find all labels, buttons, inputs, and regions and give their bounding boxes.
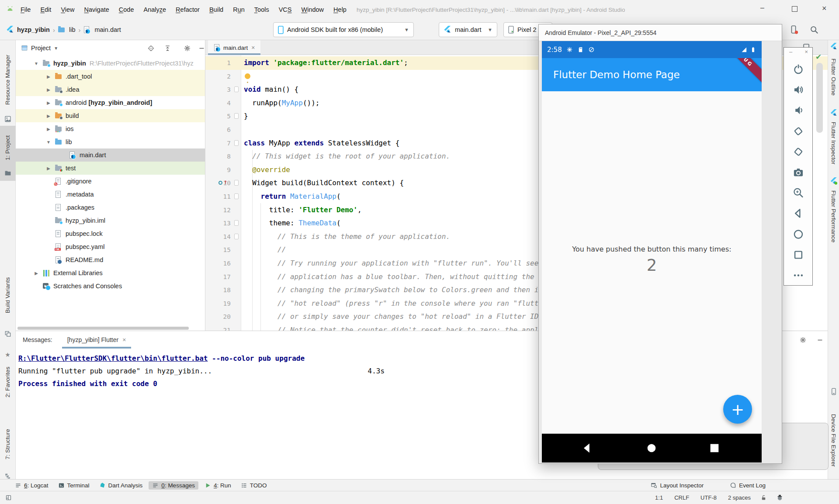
zoom-button[interactable]	[792, 187, 804, 199]
fold-marker-icon[interactable]	[234, 193, 239, 199]
minimize-button[interactable]: –	[789, 48, 792, 55]
flutter-bat-link[interactable]: R:\Flutter\FlutterSDK\flutter\bin\flutte…	[18, 354, 208, 362]
tree-item-lib[interactable]: ▼lib	[16, 135, 205, 148]
volume-up-button[interactable]	[792, 84, 804, 96]
nav-home-button[interactable]	[645, 442, 658, 454]
tree-item--dart-tool[interactable]: ▶.dart_tool	[16, 70, 205, 83]
menu-run[interactable]: Run	[228, 4, 250, 15]
tree-item-ios[interactable]: ▶ios	[16, 122, 205, 135]
minimize-button[interactable]: –	[760, 4, 764, 11]
maximize-button[interactable]	[792, 6, 797, 12]
camera-button[interactable]	[792, 166, 804, 178]
power-button[interactable]	[792, 63, 804, 75]
search-everywhere-icon[interactable]	[809, 25, 819, 35]
nav-back-button[interactable]	[581, 442, 593, 454]
volume-down-button[interactable]	[792, 104, 804, 116]
device-manager-icon[interactable]	[789, 25, 799, 35]
status-1-1[interactable]: 1:1	[655, 494, 663, 501]
settings-gear-icon[interactable]	[799, 336, 807, 344]
chevron-right-icon[interactable]: ▶	[45, 166, 52, 171]
nav-overview-button[interactable]	[708, 442, 721, 454]
tree-item-build[interactable]: ▶build	[16, 109, 205, 122]
stripe-tab-1-project[interactable]: 1: Project	[0, 129, 15, 166]
chevron-down-icon[interactable]: ▼	[45, 140, 52, 145]
fold-marker-icon[interactable]	[234, 234, 239, 239]
tree-item-hyzp-yibin[interactable]: ▼hyzp_yibinR:\FlutterProject\FlutterProj…	[16, 57, 205, 70]
tree-item-android[interactable]: ▶android [hyzp_yibin_android]	[16, 96, 205, 109]
toolwindow-layout-inspector[interactable]: Layout Inspector	[647, 481, 707, 490]
tree-item-test[interactable]: ▶test	[16, 162, 205, 175]
more-button[interactable]	[792, 269, 804, 281]
rotate-left-button[interactable]	[792, 125, 804, 137]
inspections-ok-icon[interactable]: ✔	[815, 52, 822, 62]
close-button[interactable]: ×	[804, 48, 808, 55]
menu-window[interactable]: Window	[297, 4, 329, 15]
chevron-down-icon[interactable]: ▼	[33, 61, 39, 66]
status-2-spaces[interactable]: 2 spaces	[728, 494, 751, 501]
fold-marker-icon[interactable]	[234, 220, 239, 226]
intention-bulb-icon[interactable]	[245, 73, 250, 79]
menu-tools[interactable]: Tools	[250, 4, 274, 15]
menu-build[interactable]: Build	[205, 4, 228, 15]
close-tab-icon[interactable]: ×	[251, 44, 255, 51]
stripe-tab-flutter-inspector[interactable]: Flutter Inspector	[828, 119, 839, 168]
tree-item-scratches-and-consoles[interactable]: ▶Scratches and Consoles	[16, 280, 205, 293]
overview-button[interactable]	[792, 249, 804, 261]
close-tab-icon[interactable]: ×	[122, 336, 126, 343]
toolwindow-todo[interactable]: TODO	[237, 481, 270, 490]
status-crlf[interactable]: CRLF	[674, 494, 689, 501]
fab-increment-button[interactable]: +	[723, 395, 752, 424]
messages-tab[interactable]: [hyzp_yibin] Flutter ×	[62, 331, 132, 349]
hide-panel-icon[interactable]	[198, 45, 205, 52]
menu-analyze[interactable]: Analyze	[139, 4, 171, 15]
emulator-screen[interactable]: DEBUG 2:58 Flutter Demo Home Page You ha…	[542, 41, 762, 463]
fold-marker-icon[interactable]	[234, 180, 239, 186]
breadcrumb[interactable]: hyzp_yibin › lib › main.dart	[6, 19, 121, 40]
chevron-right-icon[interactable]: ▶	[33, 271, 39, 276]
toolwindow-event-log[interactable]: Event Log	[726, 481, 769, 490]
fold-marker-icon[interactable]	[234, 86, 239, 92]
close-button[interactable]: ×	[822, 4, 827, 12]
fold-marker-icon[interactable]	[234, 140, 239, 146]
menu-refactor[interactable]: Refactor	[171, 4, 205, 15]
tree-item-readme-md[interactable]: README.md	[16, 253, 205, 266]
tree-item-pubspec-yaml[interactable]: YMLpubspec.yaml	[16, 240, 205, 253]
stripe-tab-flutter-performance[interactable]: Flutter Performance	[828, 187, 839, 246]
toolwindow-messages[interactable]: 0: Messages	[149, 481, 198, 490]
tree-item-external-libraries[interactable]: ▶External Libraries	[16, 266, 205, 280]
tree-item--idea[interactable]: ▶.idea	[16, 83, 205, 96]
stripe-tab-resource-manager[interactable]: Resource Manager	[0, 46, 15, 114]
rotate-right-button[interactable]	[792, 146, 804, 158]
tree-item--metadata[interactable]: .metadata	[16, 188, 205, 201]
status-utf-8[interactable]: UTF-8	[700, 494, 717, 501]
settings-gear-icon[interactable]	[184, 45, 191, 52]
chevron-right-icon[interactable]: ▶	[45, 114, 52, 118]
tree-item-hyzp-yibin-iml[interactable]: hyzp_yibin.iml	[16, 214, 205, 227]
toolwindow-toggle-icon[interactable]	[5, 494, 12, 501]
override-arrow-icon[interactable]: ↑	[224, 178, 227, 185]
menu-vcs[interactable]: VCS	[274, 4, 297, 15]
menu-edit[interactable]: Edit	[35, 4, 56, 15]
chevron-right-icon[interactable]: ▶	[45, 127, 52, 131]
device-selector[interactable]: Android SDK built for x86 (mobile) ▼	[273, 22, 414, 37]
toolwindow-logcat[interactable]: 6: Logcat	[11, 481, 52, 490]
tree-item-pubspec-lock[interactable]: pubspec.lock	[16, 227, 205, 240]
collapse-all-icon[interactable]	[164, 45, 171, 52]
hide-panel-icon[interactable]	[816, 336, 824, 344]
horizontal-scrollbar[interactable]	[17, 327, 189, 330]
editor-scrollbar[interactable]	[816, 63, 823, 133]
tree-item-main-dart[interactable]: main.dart	[16, 148, 205, 162]
stripe-tab-2-favorites[interactable]: 2: Favorites	[0, 359, 15, 405]
toolwindow-terminal[interactable]: Terminal	[55, 481, 93, 490]
menu-navigate[interactable]: Navigate	[80, 4, 114, 15]
stripe-tab-7-structure[interactable]: 7: Structure	[0, 420, 15, 468]
menu-view[interactable]: View	[56, 4, 79, 15]
lock-icon[interactable]	[760, 494, 767, 501]
run-config-selector[interactable]: main.dart ▼	[439, 22, 497, 37]
chevron-right-icon[interactable]: ▶	[45, 100, 52, 105]
menu-file[interactable]: File	[16, 4, 35, 15]
project-header[interactable]: Project ▼	[16, 40, 205, 56]
fold-marker-icon[interactable]	[234, 113, 239, 119]
stripe-tab-flutter-outline[interactable]: Flutter Outline	[828, 52, 839, 101]
tab-main-dart[interactable]: main.dart ×	[208, 40, 260, 55]
